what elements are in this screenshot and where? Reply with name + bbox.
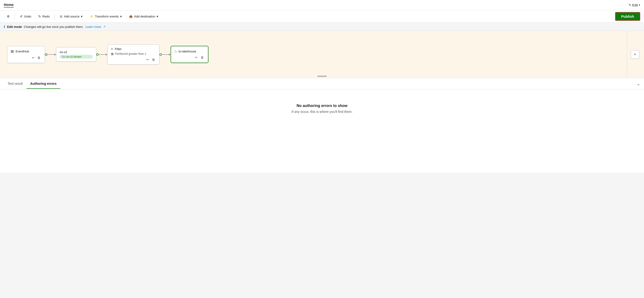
gear-icon: ⚙	[7, 15, 10, 18]
toolbar-divider-2	[55, 14, 55, 19]
filter-node-header: ≡ Filter	[111, 47, 156, 51]
to-lakehouse-header: ⌂ to-lakehouse	[174, 49, 205, 53]
bottom-panel: Test result Authoring errors ⌄ No author…	[0, 78, 644, 173]
canvas-inner: ⊞ EventHub ✏ 🗑 es-v2 f(x	[0, 31, 644, 78]
pencil-icon: ✎	[628, 3, 631, 7]
add-source-chevron-icon: ▾	[81, 15, 82, 18]
no-errors-area: No authoring errors to show If any occur…	[0, 90, 644, 128]
canvas-right-border	[627, 31, 627, 78]
filter-table-icon: ▦	[111, 52, 114, 55]
external-link-icon: ↗	[103, 25, 106, 28]
filter-edit-button[interactable]: ✏	[146, 57, 150, 62]
eventhub-node-header: ⊞ EventHub	[11, 49, 42, 54]
filter-delete-button[interactable]: 🗑	[151, 57, 156, 62]
filter-title: Filter	[115, 47, 122, 51]
arrow-3	[169, 53, 170, 56]
eventhub-node: ⊞ EventHub ✏ 🗑	[7, 46, 45, 63]
arrow-1	[54, 53, 56, 56]
eventhub-title: EventHub	[16, 50, 29, 53]
filter-condition: ▦ PartitionId greater than 1	[111, 52, 156, 55]
eventhub-edit-button[interactable]: ✏	[31, 55, 36, 60]
add-destination-icon: 📤	[129, 15, 133, 18]
undo-button[interactable]: ↺ Undo	[17, 13, 34, 20]
to-lakehouse-node: ⌂ to-lakehouse ✏ 🗑	[170, 46, 208, 63]
es-v2-title: es-v2	[60, 50, 67, 54]
undo-icon: ↺	[20, 15, 22, 18]
connector-2	[96, 53, 108, 56]
redo-button[interactable]: ↻ Redo	[35, 13, 53, 20]
line-seg-3	[162, 54, 169, 55]
add-source-label: Add source	[64, 15, 80, 18]
add-destination-chevron-icon: ▾	[156, 15, 158, 18]
lakehouse-edit-button[interactable]: ✏	[194, 55, 199, 60]
redo-icon: ↻	[38, 15, 41, 18]
es-v2-stream-label: es-v2-stream	[66, 55, 82, 58]
tab-test-result[interactable]: Test result	[4, 79, 26, 89]
add-source-icon: ⊞	[60, 15, 62, 18]
undo-label: Undo	[24, 15, 31, 18]
transform-events-button[interactable]: ⚡ Transform events ▾	[86, 13, 125, 20]
arrow-2	[106, 53, 108, 56]
edit-mode-label: Edit mode	[7, 25, 22, 28]
transform-events-label: Transform events	[95, 15, 119, 18]
canvas-scroll-handle[interactable]	[317, 76, 327, 77]
lakehouse-delete-button[interactable]: 🗑	[200, 55, 205, 60]
info-icon: ℹ	[4, 24, 5, 29]
learn-more-link[interactable]: Learn more	[86, 25, 101, 28]
banner-message: Changes will go live once you publish th…	[24, 25, 84, 28]
filter-node: ≡ Filter ▦ PartitionId greater than 1 ✏ …	[108, 44, 160, 64]
tab-authoring-errors[interactable]: Authoring errors	[26, 79, 60, 89]
filter-node-actions: ✏ 🗑	[111, 57, 156, 62]
es-v2-header: es-v2	[60, 50, 93, 54]
eventhub-icon: ⊞	[11, 49, 14, 54]
tab-expand-button[interactable]: ⌄	[637, 81, 640, 86]
gear-button[interactable]: ⚙	[4, 13, 13, 20]
filter-icon: ≡	[111, 47, 113, 51]
transform-icon: ⚡	[90, 15, 94, 18]
filter-condition-text: PartitionId greater than 1	[115, 52, 146, 55]
eventhub-delete-button[interactable]: 🗑	[36, 55, 42, 60]
publish-button[interactable]: Publish	[615, 12, 640, 21]
canvas-area: ⊞ EventHub ✏ 🗑 es-v2 f(x	[0, 31, 644, 78]
es-v2-node: es-v2 f(x) es-v2-stream	[56, 47, 96, 62]
transform-chevron-icon: ▾	[120, 15, 122, 18]
add-destination-label: Add destination	[134, 15, 156, 18]
tabs-bar: Test result Authoring errors ⌄	[0, 78, 644, 90]
no-errors-title: No authoring errors to show	[296, 104, 347, 108]
pipeline-flow: ⊞ EventHub ✏ 🗑 es-v2 f(x	[7, 44, 637, 64]
fx-icon: f(x)	[62, 55, 65, 58]
top-nav: Home ✎ Edit ▾	[0, 0, 644, 10]
add-destination-button[interactable]: 📤 Add destination ▾	[126, 13, 162, 20]
line-seg-2	[99, 54, 106, 55]
toolbar-divider-1	[15, 14, 15, 19]
toolbar: ⚙ ↺ Undo ↻ Redo ⊞ Add source ▾ ⚡ Transfo…	[0, 10, 644, 23]
edit-banner: ℹ Edit mode Changes will go live once yo…	[0, 23, 644, 31]
add-canvas-button[interactable]: +	[631, 50, 639, 59]
es-v2-badge: f(x) es-v2-stream	[60, 55, 93, 59]
add-source-button[interactable]: ⊞ Add source ▾	[57, 13, 86, 20]
connector-dot-1a	[45, 53, 47, 56]
edit-button[interactable]: ✎ Edit ▾	[628, 3, 640, 7]
redo-label: Redo	[42, 15, 50, 18]
connector-dot-3a	[160, 53, 162, 56]
to-lakehouse-title: to-lakehouse	[179, 50, 196, 53]
line-seg-1	[47, 54, 54, 55]
connector-dot-2a	[96, 53, 99, 56]
to-lakehouse-actions: ✏ 🗑	[174, 55, 205, 60]
no-errors-sub: If any occur, this is where you'll find …	[292, 110, 352, 114]
home-title: Home	[4, 2, 14, 7]
edit-label: Edit	[632, 3, 638, 7]
eventhub-node-actions: ✏ 🗑	[11, 55, 42, 60]
connector-1	[45, 53, 56, 56]
chevron-down-icon: ▾	[639, 3, 640, 6]
lakehouse-icon: ⌂	[174, 49, 177, 53]
connector-3	[160, 53, 170, 56]
chevron-down-icon: ⌄	[637, 81, 640, 86]
plus-icon: +	[634, 52, 636, 57]
